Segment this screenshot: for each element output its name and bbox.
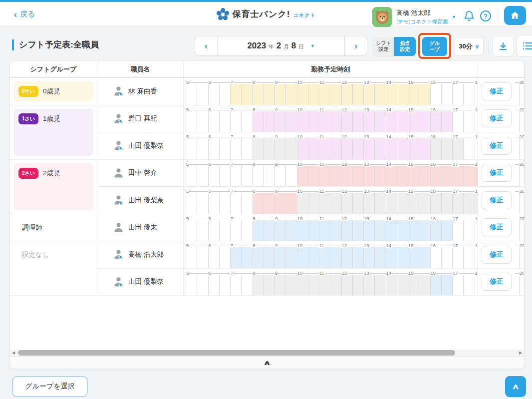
date-year: 2023: [247, 41, 266, 51]
tab-shift-settings[interactable]: シフト 設定: [373, 37, 394, 56]
date-next-button[interactable]: ›: [345, 36, 367, 55]
group-label: 0歳児: [43, 87, 60, 96]
timeline-cell[interactable]: 567891011121314151617181920: [184, 132, 524, 160]
hour-label: 7: [230, 107, 234, 112]
scroll-right-arrow[interactable]: ▶: [517, 351, 524, 355]
timeline-grid-line: [352, 275, 353, 296]
timeline-grid-line: [397, 193, 397, 214]
timeline-grid-line: [230, 247, 231, 268]
date-prev-button[interactable]: ‹: [195, 36, 217, 55]
timeline-grid-line: [264, 166, 264, 187]
hour-label: 9: [274, 79, 278, 85]
group-button[interactable]: グル ープ: [422, 37, 447, 56]
timeline-grid-line: [197, 111, 197, 132]
edit-button[interactable]: 修正: [482, 246, 512, 264]
list-icon: [523, 41, 532, 50]
timeline-grid-line: [341, 247, 342, 268]
timeline-grid-line: [241, 111, 242, 132]
collapse-panel-bar[interactable]: ∧: [10, 356, 524, 369]
staff-name-cell: 高橋 浩太郎: [97, 241, 184, 269]
timeline-grid-line: [308, 247, 308, 268]
timeline-grid-line: [186, 220, 186, 241]
scrollbar-track[interactable]: [17, 350, 517, 356]
timeline-grid-line: [463, 166, 464, 187]
edit-button[interactable]: 修正: [482, 191, 512, 209]
timeline-cell[interactable]: 567891011121314151617181920: [184, 160, 524, 187]
timeline-grid-line: [319, 275, 319, 296]
timeline-grid-line: [253, 111, 253, 132]
shift-bar-gray: [430, 138, 464, 159]
timeline-grid-line: [186, 247, 186, 268]
group-color-block: 1さい1歳児: [13, 109, 93, 156]
user-dropdown-caret-icon: ▼: [452, 14, 456, 19]
timeline-cell[interactable]: 567891011121314151617181920: [184, 214, 524, 242]
hour-label: 6: [208, 188, 212, 194]
timeline-grid-line: [274, 193, 275, 214]
select-group-button[interactable]: グループを選択: [12, 376, 88, 397]
timeline-grid-line: [285, 193, 286, 214]
group-button-line2: ープ: [430, 46, 440, 52]
edit-button[interactable]: 修正: [482, 164, 512, 182]
edit-button[interactable]: 修正: [482, 82, 512, 100]
scroll-left-arrow[interactable]: ◀: [10, 351, 17, 355]
help-glyph: ?: [484, 12, 488, 20]
list-view-button[interactable]: [516, 35, 532, 57]
timeline-cell[interactable]: 567891011121314151617181920: [184, 105, 524, 133]
timeline-grid-line: [186, 275, 186, 296]
group-label: 設定なし: [10, 241, 97, 269]
staff-name-cell: 山田 優太: [97, 214, 184, 242]
timeline-grid-line: [386, 220, 386, 241]
assignment-settings-line1: 担当: [400, 40, 410, 46]
date-year-unit: 年: [268, 43, 274, 50]
timeline-grid-line: [452, 84, 453, 105]
timeline-cell[interactable]: 567891011121314151617181920: [184, 269, 524, 296]
group-label: 2歳児: [43, 169, 60, 178]
interval-select[interactable]: 30分 ∨: [455, 37, 484, 56]
back-button[interactable]: ‹ 戻る: [14, 9, 35, 19]
hour-label: 10: [297, 107, 303, 112]
column-header-shift-group: シフトグループ: [10, 61, 97, 77]
timeline-grid-line: [264, 138, 264, 159]
timeline-grid-line: [208, 138, 209, 159]
help-icon[interactable]: ?: [480, 10, 491, 21]
user-menu[interactable]: 高橋 浩太郎 (デモ)コネクト保育園 ▼: [372, 7, 456, 27]
hour-label: 5: [186, 134, 189, 139]
hour-label: 17: [452, 243, 459, 248]
timeline-grid-line: [452, 275, 453, 296]
timeline-grid-line: [219, 138, 220, 159]
timeline-grid-line: [475, 111, 475, 132]
scroll-to-top-button[interactable]: ∧: [505, 376, 526, 397]
hour-label: 16: [430, 243, 437, 248]
timeline-grid-line: [441, 84, 442, 105]
timeline-grid-line: [274, 220, 275, 241]
timeline-cell[interactable]: 567891011121314151617181920: [184, 78, 524, 105]
edit-button[interactable]: 修正: [482, 273, 512, 291]
edit-button[interactable]: 修正: [482, 218, 512, 236]
timeline-cell[interactable]: 567891011121314151617181920: [184, 241, 524, 269]
download-button[interactable]: [493, 37, 513, 56]
timeline-tick-line: [186, 137, 524, 137]
date-picker[interactable]: 2023 年 2 月 8 日 ▼: [217, 36, 345, 55]
timeline-grid-line: [274, 275, 275, 296]
timeline-grid-line: [285, 138, 286, 159]
home-button[interactable]: [504, 6, 526, 25]
hour-label: 11: [319, 161, 325, 167]
timeline-grid-line: [285, 111, 286, 132]
scrollbar-thumb[interactable]: [18, 350, 455, 356]
shift-settings-line1: シフト: [376, 40, 391, 46]
hour-label: 10: [297, 243, 303, 248]
edit-button[interactable]: 修正: [482, 137, 512, 155]
timeline-grid-line: [230, 220, 231, 241]
timeline-grid-line: [208, 166, 209, 187]
staff-name: 山田 優太: [128, 223, 157, 232]
edit-button[interactable]: 修正: [482, 109, 512, 127]
timeline-cell[interactable]: 567891011121314151617181920: [184, 187, 524, 214]
timeline-grid-line: [352, 111, 353, 132]
timeline-grid-line: [441, 247, 442, 268]
notifications-bell-icon[interactable]: [463, 10, 475, 22]
timeline-tick-line: [186, 110, 524, 110]
logo-text: 保育士バンク!: [233, 8, 290, 21]
timeline-grid-line: [463, 220, 464, 241]
person-star-icon: [113, 249, 124, 260]
tab-assignment-settings[interactable]: 担当 設定: [394, 37, 416, 56]
